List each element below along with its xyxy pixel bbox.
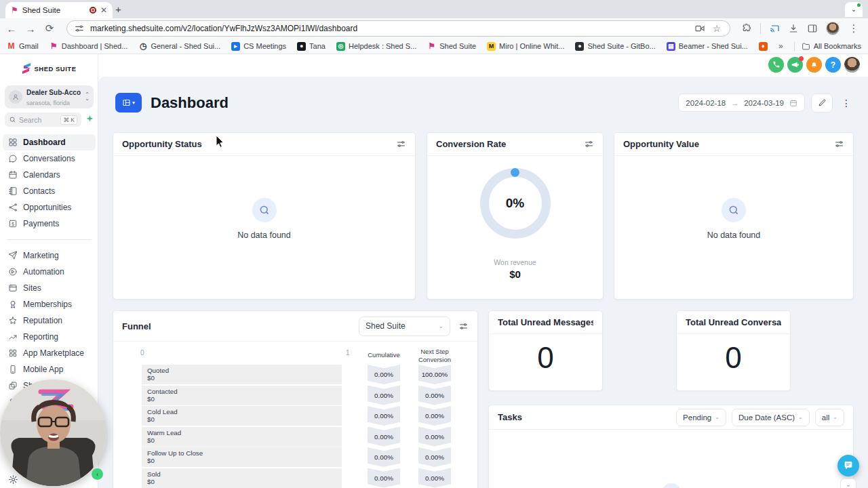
sidebar-item-contacts[interactable]: Contacts (3, 183, 96, 199)
cumulative-cell: 0.00% (368, 406, 400, 426)
task-filter-due-date-asc-[interactable]: Due Date (ASC)⌄ (732, 409, 810, 426)
webcam-overlay[interactable] (0, 380, 106, 486)
sidebar-item-reputation[interactable]: Reputation (3, 312, 96, 329)
shedsuite-flag-icon: ⚑ (427, 42, 436, 51)
url-bar[interactable]: marketing.shedsuite.com/v2/location/YwFl… (66, 20, 730, 37)
tasks-card: Tasks Pending⌄Due Date (ASC)⌄all⌄ (488, 405, 854, 488)
date-range-picker[interactable]: 2024-02-18 → 2024-03-19 (678, 94, 805, 112)
funnel-stage-value: $0 (147, 395, 336, 403)
tab-close-icon[interactable]: ✕ (100, 5, 107, 15)
bookmark-label: Beamer - Shed Sui... (679, 42, 748, 50)
announcements-button[interactable] (787, 57, 803, 73)
date-end[interactable]: 2024-03-19 (744, 99, 784, 107)
phone-button[interactable] (768, 57, 784, 73)
funnel-bar[interactable]: Follow Up to Close$0 (142, 447, 342, 467)
dashboard-switcher-button[interactable]: ▾ (115, 93, 142, 113)
url-text[interactable]: marketing.shedsuite.com/v2/location/YwFl… (90, 24, 689, 33)
webcam-collapse-button[interactable]: ‹ (92, 468, 103, 480)
browser-tab-strip: ⚑ Shed Suite ✕ + ⌄ (0, 0, 868, 18)
bookmark-item[interactable]: ▤Beamer - Shed Sui... (667, 42, 748, 51)
next-step-cell: 0.00% (418, 447, 451, 467)
back-icon[interactable]: ← (5, 23, 18, 35)
sidebar-item-payments[interactable]: $Payments (3, 216, 96, 232)
bookmark-item[interactable]: ◎Helpdesk : Shed S... (336, 42, 416, 51)
all-bookmarks-button[interactable]: All Bookmarks (794, 42, 861, 51)
chat-scroll-button[interactable]: ⌄ (840, 479, 856, 488)
sidebar-item-calendars[interactable]: Calendars (3, 167, 96, 183)
funnel-stage-label: Follow Up to Close (147, 449, 336, 457)
bookmarks-overflow-icon[interactable]: » (778, 41, 783, 51)
user-avatar[interactable] (844, 57, 860, 73)
sidebar-item-mobile-app[interactable]: Mobile App (3, 361, 96, 378)
forward-icon[interactable]: → (24, 23, 37, 35)
sidebar-item-memberships[interactable]: Memberships (3, 296, 96, 312)
funnel-bar[interactable]: Contacted$0 (142, 386, 342, 405)
sidebar-item-marketing[interactable]: Marketing (3, 247, 96, 264)
sidebar-item-app-marketplace[interactable]: App Marketplace (3, 345, 96, 361)
funnel-bar[interactable]: Quoted$0 (142, 365, 342, 384)
sidebar-item-reporting[interactable]: Reporting (3, 329, 96, 345)
search-input[interactable]: Search ⌘ K (5, 113, 81, 127)
chat-widget-button[interactable] (837, 455, 859, 476)
bookmark-item[interactable]: MMiro | Online Whit... (487, 42, 564, 51)
cast-icon[interactable] (769, 23, 780, 34)
card-settings-icon[interactable] (834, 139, 844, 149)
sidebar-item-dashboard[interactable]: Dashboard (3, 134, 96, 150)
page-menu-button[interactable]: ⋮ (839, 94, 854, 112)
sidebar-item-sites[interactable]: Sites (3, 280, 96, 296)
funnel-stage-label: Contacted (147, 388, 336, 395)
bookmark-item[interactable]: MGmail (7, 42, 39, 51)
bookmark-item[interactable]: ♦shedsuite / monor... (759, 42, 768, 51)
unread-messages-value: 0 (489, 341, 602, 375)
tab-capture-icon[interactable] (694, 23, 705, 34)
reload-icon[interactable]: ⟳ (43, 22, 56, 35)
bookmark-item[interactable]: ◷General - Shed Sui... (138, 42, 220, 51)
extensions-icon[interactable] (741, 23, 752, 34)
funnel-bar[interactable]: Sold$0 (142, 468, 342, 488)
sidebar-item-opportunities[interactable]: Opportunities (3, 199, 96, 216)
bookmark-item[interactable]: ▸CS Meetings (231, 42, 286, 51)
card-settings-icon[interactable] (458, 321, 469, 331)
calendar-icon (789, 99, 797, 107)
sidebar-item-automation[interactable]: Automation (3, 264, 96, 280)
task-filter-all[interactable]: all⌄ (815, 409, 844, 426)
ai-spark-icon[interactable] (85, 115, 94, 123)
site-settings-icon[interactable] (74, 23, 85, 34)
bookmark-star-icon[interactable]: ☆ (711, 23, 723, 34)
bookmarks-list: MGmail⚑Dashboard | Shed...◷General - She… (7, 42, 768, 51)
card-settings-icon[interactable] (584, 139, 594, 149)
sidebar-item-conversations[interactable]: Conversations (3, 150, 96, 167)
funnel-filter-select[interactable]: Shed Suite ⌄ (359, 317, 450, 336)
sidebar-item-label: Reporting (23, 332, 58, 342)
edit-dashboard-button[interactable] (811, 94, 833, 113)
notifications-button[interactable] (806, 57, 822, 73)
svg-text:$: $ (12, 222, 14, 226)
chat-icon (8, 154, 18, 163)
new-tab-button[interactable]: + (115, 3, 121, 15)
side-panel-icon[interactable] (807, 23, 818, 34)
funnel-chart: 0 1 Cumulative Next Step Conversion Quot… (113, 342, 477, 488)
bookmark-item[interactable]: ⚑Dashboard | Shed... (50, 42, 128, 51)
bookmark-item[interactable]: ●Shed Suite - GitBo... (575, 42, 655, 51)
settings-gear-icon[interactable] (8, 474, 18, 485)
browser-profile-avatar[interactable] (826, 22, 840, 35)
browser-menu-icon[interactable]: ⋮ (848, 22, 860, 35)
bookmark-item[interactable]: ●Tana (297, 42, 326, 51)
card-settings-icon[interactable] (396, 139, 406, 149)
unread-messages-card: Total Unread Messages 0 (488, 310, 603, 391)
bookmark-label: Gmail (19, 42, 39, 50)
account-switcher[interactable]: Dealer Sub-Account... sarasota, florida … (5, 85, 94, 108)
help-button[interactable]: ? (825, 57, 841, 73)
sidebar-nav: DashboardConversationsCalendarsContactsO… (3, 134, 96, 410)
task-filter-pending[interactable]: Pending⌄ (676, 409, 726, 426)
funnel-bar[interactable]: Warm Lead$0 (142, 427, 342, 447)
grid-icon (8, 138, 18, 147)
app-logo: SHED SUITE (0, 62, 98, 75)
date-start[interactable]: 2024-02-18 (686, 99, 726, 107)
bookmark-item[interactable]: ⚑Shed Suite (427, 42, 476, 51)
tab-search-button[interactable]: ⌄ (845, 2, 863, 17)
browser-tab[interactable]: ⚑ Shed Suite ✕ (5, 2, 113, 18)
downloads-icon[interactable] (788, 23, 799, 34)
funnel-bar[interactable]: Cold Lead$0 (142, 406, 342, 426)
chevron-down-icon: ⌄ (833, 414, 837, 420)
